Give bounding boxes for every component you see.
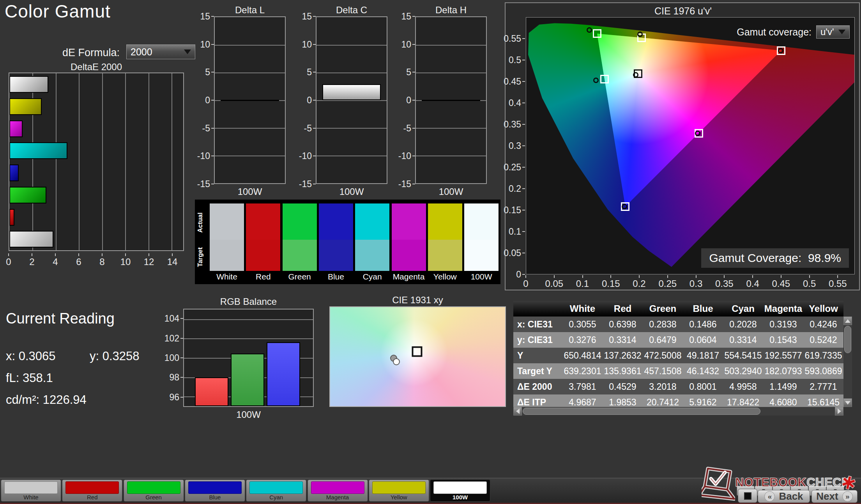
- pattern-tile-label: Blue: [185, 494, 245, 500]
- table-cell: 46.1432: [683, 363, 723, 379]
- swatch-column-cyan: Cyan: [355, 203, 389, 283]
- scroll-right-button[interactable]: [835, 407, 843, 416]
- notebookcheck-watermark: NOTEBOOKCHECK ✱: [702, 465, 861, 503]
- axis-tick-mark: [582, 275, 583, 278]
- rgb-balance-y-axis: 1041021009896: [161, 309, 183, 407]
- scroll-down-button[interactable]: [843, 398, 852, 407]
- cyan-actual-marker: [593, 78, 599, 83]
- delta-l-chart: Delta L 151050-5-10-15 100W: [191, 5, 286, 200]
- axis-tick-mark: [78, 253, 79, 256]
- gridline: [171, 73, 172, 250]
- axis-tick-label: 0.1: [576, 278, 589, 289]
- axis-tick-mark: [412, 156, 415, 156]
- pattern-tile-100w[interactable]: 100W: [430, 479, 490, 502]
- axis-tick-mark: [211, 44, 214, 45]
- pattern-swatch: [249, 481, 303, 494]
- axis-tick-mark: [313, 184, 316, 184]
- current-reading-luminance: cd/m²: 1226.94: [6, 393, 87, 407]
- axis-tick-mark: [149, 253, 149, 256]
- current-reading-y: y: 0.3258: [90, 349, 140, 363]
- table-cell: 0.3193: [763, 317, 803, 332]
- swatch-label: White: [210, 271, 244, 283]
- page-title: Color Gamut: [5, 1, 111, 22]
- axis-tick-label: -15: [299, 179, 312, 189]
- axis-tick-mark: [522, 253, 525, 253]
- deltae-bar-magenta: [9, 120, 23, 137]
- table-cell: 4.9958: [723, 379, 763, 394]
- axis-tick-mark: [313, 128, 316, 129]
- gridline: [56, 73, 57, 250]
- scroll-up-button[interactable]: [843, 317, 852, 325]
- axis-tick-label: 0.35: [504, 119, 521, 130]
- swatch-column-magenta: Magenta: [392, 203, 426, 283]
- swatch-label: Red: [246, 271, 280, 283]
- axis-tick-mark: [180, 318, 183, 319]
- pattern-tile-green[interactable]: Green: [124, 479, 184, 502]
- table-cell: 5.9162: [683, 394, 723, 407]
- pattern-tile-yellow[interactable]: Yellow: [369, 479, 429, 502]
- gridline: [416, 73, 486, 73]
- pattern-tile-white[interactable]: White: [1, 479, 61, 502]
- swatch-actual: [283, 203, 317, 240]
- axis-tick-label: 0.15: [602, 278, 620, 289]
- gridline: [416, 45, 486, 46]
- pattern-tile-magenta[interactable]: Magenta: [308, 479, 368, 502]
- de-formula-value: 2000: [131, 46, 152, 58]
- axis-tick-label: 98: [169, 372, 179, 383]
- table-row-label: Target Y: [513, 363, 562, 379]
- axis-tick-mark: [412, 44, 415, 45]
- deltae2000-x-axis: 02468101214: [9, 253, 184, 269]
- gridline: [316, 156, 387, 156]
- table-row: Y650.4814137.2632472.500849.1817554.5415…: [513, 348, 843, 363]
- gamut-coverage-caption: Gamut Coverage:: [709, 251, 801, 264]
- axis-tick-mark: [809, 275, 810, 278]
- table-header-cell: Red: [603, 301, 643, 317]
- axis-tick-mark: [313, 16, 316, 17]
- pattern-tile-label: White: [1, 494, 61, 500]
- swatch-actual: [355, 203, 389, 240]
- cie1976-title: CIE 1976 u'v': [506, 5, 861, 17]
- axis-tick-mark: [837, 275, 838, 278]
- swatch-column-green: Green: [283, 203, 317, 283]
- scroll-left-button[interactable]: [513, 407, 522, 416]
- pattern-tile-cyan[interactable]: Cyan: [246, 479, 306, 502]
- table-cell: 0.2838: [643, 317, 683, 332]
- rgb-balance-plot: [183, 309, 314, 407]
- table-row: ΔE 20003.79810.45293.20180.80014.99581.1…: [513, 379, 843, 394]
- gamut-coverage-dropdown[interactable]: u'v': [816, 25, 850, 39]
- table-cell: 0.8001: [683, 379, 723, 394]
- color-gamut-window: Color Gamut dE Formula: 2000 DeltaE 2000…: [0, 0, 861, 504]
- cie1976-y-axis: 00.050.10.150.20.250.30.350.40.450.50.55: [502, 17, 525, 274]
- axis-tick-label: 0.55: [504, 34, 521, 44]
- delta-l-xlabel: 100W: [214, 186, 286, 197]
- table-vscroll-thumb[interactable]: [844, 326, 851, 353]
- pattern-swatch: [127, 481, 180, 494]
- gridline: [215, 73, 285, 73]
- delta-chart-title: Delta H: [415, 5, 487, 16]
- deltae-bar-100w: [9, 76, 48, 93]
- pattern-tile-red[interactable]: Red: [62, 479, 122, 502]
- axis-tick-mark: [313, 100, 316, 101]
- axis-tick-label: 10: [120, 256, 131, 267]
- axis-tick-label: 0.3: [509, 141, 521, 151]
- axis-tick-mark: [522, 81, 525, 82]
- gridline: [316, 128, 387, 129]
- swatch-column-yellow: Yellow: [428, 203, 462, 283]
- axis-tick-mark: [180, 397, 183, 398]
- swatch-label: 100W: [464, 271, 499, 283]
- axis-tick-mark: [55, 253, 56, 256]
- axis-tick-mark: [724, 275, 725, 278]
- table-vertical-scrollbar[interactable]: [843, 317, 852, 407]
- deltae-bar-green: [9, 187, 46, 203]
- axis-tick-label: 15: [401, 11, 411, 22]
- table-horizontal-scrollbar[interactable]: [513, 407, 843, 416]
- de-formula-dropdown[interactable]: 2000: [126, 44, 195, 59]
- pattern-tile-blue[interactable]: Blue: [185, 479, 245, 502]
- axis-tick-label: 5: [205, 67, 210, 78]
- table-hscroll-thumb[interactable]: [523, 408, 760, 415]
- axis-tick-label: 0.55: [829, 278, 847, 289]
- axis-tick-mark: [172, 253, 173, 256]
- actual-target-swatch-panel: Actual Target WhiteRedGreenBlueCyanMagen…: [195, 200, 500, 284]
- swatch-label: Blue: [319, 271, 353, 283]
- axis-tick-mark: [412, 184, 415, 184]
